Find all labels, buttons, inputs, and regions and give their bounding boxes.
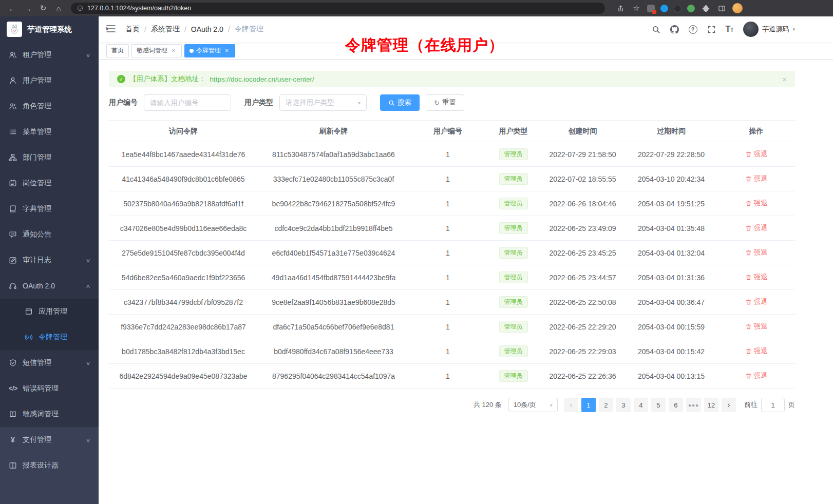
browser-profile-avatar[interactable] [732,3,743,13]
sidebar-item-report-designer[interactable]: 报表设计器 [0,453,99,478]
sidebar-item-post[interactable]: 岗位管理 [0,170,99,196]
force-logout-button[interactable]: 强退 [745,346,768,356]
alert-close-icon[interactable]: × [782,75,787,84]
table-row: b0d1785bc3a8482f812db4a3f3bd15ec b0df498… [109,339,795,364]
site-info-icon[interactable] [77,5,83,11]
sidebar-item-sms[interactable]: 短信管理 ∨ [0,350,99,376]
more-pages-icon[interactable]: ●●● [686,398,701,412]
force-logout-button[interactable]: 强退 [745,322,768,331]
sidebar-item-user[interactable]: 用户管理 [0,68,99,93]
search-button[interactable]: 搜索 [380,94,420,111]
page-size-select[interactable]: 10条/页 ▾ [508,398,558,412]
sidebar-item-errorcode[interactable]: </> 错误码管理 [0,376,99,401]
token-broadcast-icon [25,333,33,341]
force-logout-button[interactable]: 强退 [745,149,768,159]
sidebar-item-oauth-token[interactable]: 令牌管理 [0,324,99,350]
page-button-1[interactable]: 1 [581,398,596,412]
sidebar-item-menu[interactable]: 菜单管理 [0,119,99,145]
next-page-button[interactable]: › [722,398,736,412]
force-logout-button[interactable]: 强退 [745,248,768,257]
force-logout-button[interactable]: 强退 [745,199,768,208]
help-icon[interactable]: ? [689,25,697,34]
sidebar-item-audit-log[interactable]: 审计日志 ∨ [0,247,99,273]
goto-page-input[interactable] [761,398,785,412]
browser-forward-icon[interactable]: → [22,3,34,14]
token-table: 访问令牌 刷新令牌 用户编号 用户类型 创建时间 过期时间 操作 1ea5e44… [109,120,795,389]
col-access-token: 访问令牌 [109,121,258,142]
success-check-icon: ✓ [117,75,125,83]
doc-link[interactable]: https://doc.iocoder.cn/user-center/ [210,75,314,83]
fullscreen-icon[interactable] [707,25,716,34]
delete-icon [745,348,752,355]
refresh-icon: ↻ [434,99,440,107]
page-button-6[interactable]: 6 [669,398,683,412]
tags-view-bar: 首页 敏感词管理 × 令牌管理 × [99,42,833,60]
app-logo[interactable]: 芋道管理系统 [0,16,99,42]
split-view-icon[interactable] [716,3,727,14]
sidebar-item-sensitive-word[interactable]: 敏感词管理 [0,401,99,427]
page-button-2[interactable]: 2 [599,398,613,412]
sidebar-item-tenant[interactable]: 租户管理 ∨ [0,42,99,68]
browser-home-icon[interactable]: ⌂ [52,3,65,14]
share-icon[interactable] [615,3,626,14]
breadcrumb-current: 令牌管理 [235,25,263,34]
page-button-5[interactable]: 5 [651,398,666,412]
extension-icon-3[interactable] [674,5,681,12]
url-text: 127.0.0.1:1024/system/oauth2/token [87,5,191,12]
tab-sensitive-word[interactable]: 敏感词管理 × [131,44,182,57]
force-logout-button[interactable]: 强退 [745,297,768,306]
sidebar-item-oauth-app[interactable]: 应用管理 [0,299,99,324]
user-avatar [743,22,759,37]
delete-icon [745,151,752,158]
page-button-4[interactable]: 4 [634,398,648,412]
breadcrumb-system[interactable]: 系统管理 [151,25,180,34]
table-row: c342377bf8b344799dcbf7bf095287f2 9ce8ef2… [109,290,795,315]
user-type-badge: 管理员 [499,173,528,184]
prev-page-button[interactable]: ‹ [564,398,578,412]
delete-icon [745,176,752,182]
col-expire-time: 过期时间 [625,121,717,142]
extension-icon-1[interactable] [647,5,655,12]
sidebar-item-role[interactable]: 角色管理 [0,93,99,119]
search-icon[interactable] [652,25,660,34]
breadcrumb-oauth[interactable]: OAuth 2.0 [191,25,223,33]
sidebar-item-oauth[interactable]: OAuth 2.0 ∧ [0,273,99,299]
breadcrumb-home[interactable]: 首页 [125,25,140,34]
force-logout-button[interactable]: 强退 [745,273,768,282]
sidebar-toggle-icon[interactable] [106,24,117,35]
chevron-down-icon: ∨ [85,437,90,443]
user-type-badge: 管理员 [499,148,528,160]
force-logout-button[interactable]: 强退 [745,223,768,232]
dept-tree-icon [9,153,17,162]
browser-back-icon[interactable]: ← [6,3,18,14]
browser-address-bar[interactable]: 127.0.0.1:1024/system/oauth2/token [71,3,605,14]
sidebar-item-dept[interactable]: 部门管理 [0,145,99,170]
extensions-puzzle-icon[interactable] [701,3,711,14]
page-button-last[interactable]: 12 [704,398,718,412]
force-logout-button[interactable]: 强退 [745,174,768,183]
sidebar-item-notice[interactable]: 通知公告 [0,222,99,247]
extension-icon-2[interactable] [660,5,668,12]
user-id-input[interactable] [144,94,231,111]
force-logout-button[interactable]: 强退 [745,371,768,380]
tab-home[interactable]: 首页 [106,44,129,57]
user-menu[interactable]: 芋道源码 ▾ [743,22,795,37]
table-row: 275e5de9151045fe87cbdc395e004f4d e6cfd40… [109,241,795,265]
close-icon[interactable]: × [223,47,230,54]
post-badge-icon [9,179,17,187]
sidebar-item-dict[interactable]: 字典管理 [0,196,99,222]
chevron-down-icon: ▾ [550,402,553,408]
report-layout-icon [9,461,17,470]
user-type-select[interactable]: 请选择用户类型 ▾ [279,94,367,111]
tab-token-active[interactable]: 令牌管理 × [184,44,235,57]
page-button-3[interactable]: 3 [616,398,631,412]
github-icon[interactable] [670,25,679,34]
reset-button[interactable]: ↻ 重置 [426,94,464,111]
sidebar-item-pay[interactable]: ¥ 支付管理 ∨ [0,427,99,453]
topbar: 首页 / 系统管理 / OAuth 2.0 / 令牌管理 ? TT [99,16,833,42]
browser-refresh-icon[interactable]: ↻ [37,3,49,14]
font-size-icon[interactable]: TT [726,25,734,33]
close-icon[interactable]: × [170,47,177,54]
bookmark-star-icon[interactable]: ☆ [631,3,641,14]
extension-icon-4[interactable] [687,5,695,12]
